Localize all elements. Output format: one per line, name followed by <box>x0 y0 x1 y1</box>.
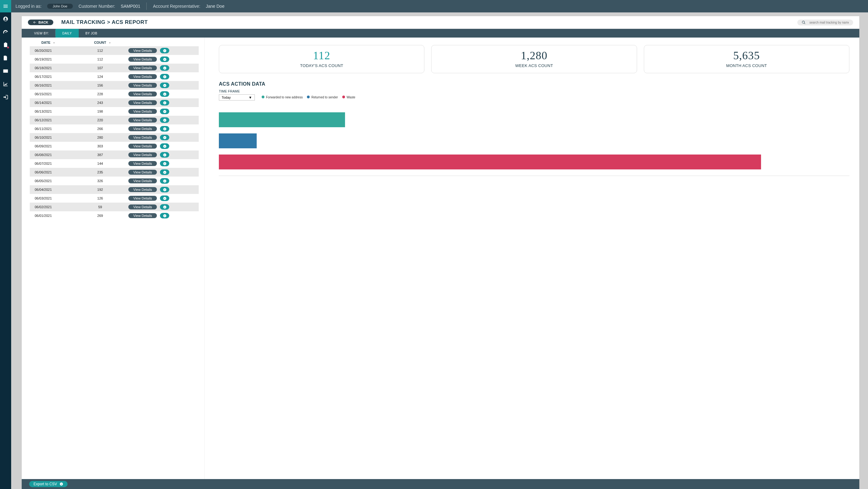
row-actions: View Details <box>126 204 199 210</box>
back-label: BACK <box>38 21 49 24</box>
download-button[interactable] <box>160 161 169 166</box>
view-details-button[interactable]: View Details <box>128 204 157 209</box>
tab-daily[interactable]: DAILY <box>56 29 79 37</box>
svg-point-2 <box>163 66 166 69</box>
acs-action-title: ACS ACTION DATA <box>219 81 849 87</box>
row-date: 06/09/2021 <box>30 144 74 148</box>
notification-dot-icon <box>7 47 9 49</box>
row-date: 06/10/2021 <box>30 136 74 139</box>
row-date: 06/01/2021 <box>30 214 74 218</box>
download-icon <box>163 84 166 87</box>
timeframe-value: Today <box>222 95 230 99</box>
export-label: Export to CSV <box>33 482 57 486</box>
user-circle-icon[interactable] <box>0 12 11 25</box>
chevron-down-icon: ▼ <box>249 95 252 99</box>
view-details-button[interactable]: View Details <box>128 161 157 166</box>
view-details-button[interactable]: View Details <box>128 65 157 70</box>
view-details-button[interactable]: View Details <box>128 91 157 96</box>
arrow-left-icon <box>33 21 37 24</box>
download-button[interactable] <box>160 143 169 149</box>
search-icon <box>802 21 806 25</box>
view-details-button[interactable]: View Details <box>128 83 157 88</box>
download-button[interactable] <box>160 196 169 201</box>
export-csv-button[interactable]: Export to CSV <box>29 481 68 487</box>
legend-waste: Waste <box>347 95 355 99</box>
view-details-button[interactable]: View Details <box>128 144 157 149</box>
view-details-button[interactable]: View Details <box>128 170 157 175</box>
view-details-button[interactable]: View Details <box>128 109 157 114</box>
download-button[interactable] <box>160 204 169 210</box>
download-button[interactable] <box>160 109 169 114</box>
table-row: 06/20/2021112View Details <box>30 46 199 55</box>
search-input-wrap[interactable] <box>797 20 853 25</box>
view-details-button[interactable]: View Details <box>128 57 157 62</box>
download-icon <box>163 66 166 70</box>
download-icon <box>163 58 166 61</box>
file-icon[interactable] <box>0 52 11 64</box>
row-count: 124 <box>74 75 126 79</box>
row-date: 06/07/2021 <box>30 162 74 165</box>
view-details-button[interactable]: View Details <box>128 126 157 131</box>
mail-icon[interactable] <box>0 64 11 78</box>
table-row: 06/05/2021326View Details <box>30 177 199 185</box>
table-body[interactable]: 06/20/2021112View Details06/19/2021112Vi… <box>22 46 204 479</box>
chart-line-icon[interactable] <box>0 78 11 91</box>
view-details-button[interactable]: View Details <box>128 178 157 183</box>
download-button[interactable] <box>160 117 169 123</box>
view-details-button[interactable]: View Details <box>128 100 157 105</box>
timeframe-select[interactable]: Today ▼ <box>219 94 255 100</box>
download-icon <box>163 118 166 122</box>
today-value: 112 <box>222 49 421 62</box>
download-button[interactable] <box>160 91 169 97</box>
chart-bar <box>219 112 345 127</box>
view-details-button[interactable]: View Details <box>128 187 157 192</box>
view-details-button[interactable]: View Details <box>128 135 157 140</box>
tab-by-job[interactable]: BY JOB <box>79 29 104 37</box>
search-input[interactable] <box>809 21 849 24</box>
download-button[interactable] <box>160 74 169 80</box>
download-button[interactable] <box>160 65 169 71</box>
col-date-header[interactable]: DATE <box>41 41 50 45</box>
row-actions: View Details <box>126 83 199 88</box>
row-count: 243 <box>74 101 126 105</box>
view-details-button[interactable]: View Details <box>128 152 157 157</box>
sort-icon[interactable]: ▾ <box>109 41 111 45</box>
svg-point-8 <box>163 118 166 122</box>
download-button[interactable] <box>160 126 169 132</box>
download-button[interactable] <box>160 100 169 106</box>
gauge-icon[interactable] <box>0 25 11 38</box>
view-details-button[interactable]: View Details <box>128 74 157 79</box>
row-date: 06/20/2021 <box>30 49 74 52</box>
download-button[interactable] <box>160 213 169 219</box>
download-button[interactable] <box>160 56 169 62</box>
view-details-button[interactable]: View Details <box>128 118 157 122</box>
download-button[interactable] <box>160 178 169 184</box>
clipboard-icon[interactable] <box>0 38 11 52</box>
logged-in-user[interactable]: John Doe <box>47 4 73 9</box>
download-button[interactable] <box>160 169 169 175</box>
download-button[interactable] <box>160 83 169 88</box>
col-count-header[interactable]: COUNT <box>94 41 106 45</box>
customer-number: SAMP001 <box>121 4 140 9</box>
back-button[interactable]: BACK <box>28 20 53 25</box>
download-button[interactable] <box>160 135 169 140</box>
svg-point-6 <box>163 101 166 104</box>
download-button[interactable] <box>160 152 169 157</box>
sort-icon[interactable]: ▾ <box>53 41 55 45</box>
svg-point-17 <box>163 197 166 200</box>
row-count: 235 <box>74 170 126 174</box>
table-row: 06/09/2021303View Details <box>30 142 199 150</box>
svg-point-9 <box>163 127 166 130</box>
view-details-button[interactable]: View Details <box>128 196 157 201</box>
menu-icon[interactable] <box>0 0 11 12</box>
download-button[interactable] <box>160 48 169 53</box>
logout-icon[interactable] <box>0 91 11 104</box>
row-actions: View Details <box>126 100 199 106</box>
view-details-button[interactable]: View Details <box>128 213 157 218</box>
account-bar: Logged in as: John Doe Customer Number: … <box>11 0 868 12</box>
svg-point-19 <box>163 214 166 217</box>
download-button[interactable] <box>160 187 169 192</box>
view-by-tabbar: VIEW BY: DAILY BY JOB <box>22 29 859 37</box>
chart-bar-row <box>219 130 849 151</box>
view-details-button[interactable]: View Details <box>128 48 157 53</box>
